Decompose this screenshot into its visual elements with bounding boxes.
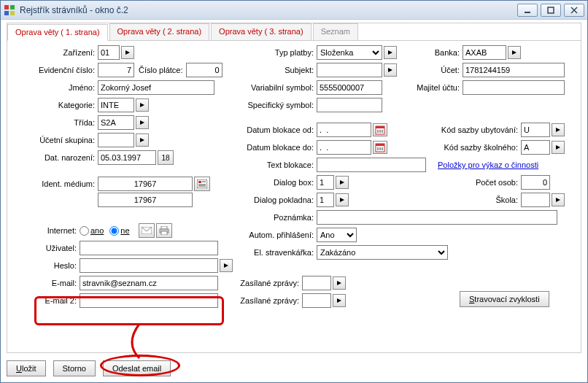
picker-banka[interactable]	[508, 46, 521, 59]
tab-seznam[interactable]: Seznam	[313, 23, 358, 40]
form-area: Zařízení: Evidenční číslo: Číslo plátce:…	[7, 41, 581, 352]
input-skola[interactable]	[521, 193, 550, 207]
window-title: Rejstřík strávníků - okno č.2	[20, 5, 514, 15]
input-ucskup[interactable]	[98, 133, 134, 147]
input-dialogpokl[interactable]	[317, 193, 334, 207]
select-typplatby[interactable]: Složenka	[317, 45, 382, 60]
tab-page-1[interactable]: Oprava věty ( 1. strana)	[7, 24, 108, 41]
label-trida: Třída:	[7, 118, 95, 127]
input-jmeno[interactable]	[98, 80, 214, 95]
input-ident2[interactable]	[98, 193, 193, 207]
tab-container: Oprava věty ( 1. strana) Oprava věty ( 2…	[7, 23, 581, 353]
radio-internet-ano[interactable]	[80, 226, 89, 236]
radio-internet-ne[interactable]	[109, 226, 119, 236]
label-zarizeni: Zařízení:	[7, 48, 95, 57]
input-ident1[interactable]	[98, 177, 193, 191]
maximize-button[interactable]	[541, 4, 561, 17]
label-specsym: Specifický symbol:	[226, 101, 314, 109]
input-banka[interactable]	[463, 45, 506, 60]
input-kategorie[interactable]	[98, 98, 134, 112]
input-trida[interactable]	[98, 115, 134, 130]
svg-marker-36	[337, 281, 341, 285]
input-dialogbox[interactable]	[317, 175, 334, 190]
label-blokod: Datum blokace od:	[226, 125, 314, 134]
calendar-blokdo[interactable]	[373, 141, 387, 154]
input-zaszpr[interactable]	[302, 276, 331, 290]
button-stravzvyklosti[interactable]: Stravovací zvyklosti	[460, 291, 549, 307]
picker-kategorie[interactable]	[136, 98, 149, 112]
label-email: E-mail:	[7, 279, 77, 287]
tab-page-3[interactable]: Oprava věty ( 3. strana)	[211, 23, 312, 40]
label-kodubyt: Kód sazby ubytování:	[416, 125, 518, 134]
input-heslo[interactable]	[80, 258, 218, 273]
picker-subjekt[interactable]	[384, 63, 397, 77]
label-blokdo: Datum blokace do:	[226, 143, 314, 152]
button-storno[interactable]: Storno	[53, 360, 96, 376]
input-zarizeni[interactable]	[98, 45, 120, 60]
link-polozky[interactable]: Položky pro výkaz o činnosti	[438, 160, 538, 169]
input-blokdo[interactable]	[317, 140, 371, 155]
picker-skola[interactable]	[552, 193, 565, 206]
input-textblok[interactable]	[317, 158, 426, 172]
picker-trida[interactable]	[136, 116, 149, 129]
input-ucet[interactable]	[463, 63, 565, 77]
label-textblok: Text blokace:	[226, 160, 314, 169]
picker-kodskol[interactable]	[552, 141, 565, 154]
svg-marker-40	[556, 145, 560, 150]
input-poznamka[interactable]	[317, 210, 557, 225]
label-dialogbox: Dialog box:	[226, 178, 314, 187]
svg-marker-37	[337, 298, 341, 303]
button-ulozit[interactable]: Uložit	[7, 360, 46, 376]
input-pocetosob[interactable]	[521, 175, 550, 190]
input-majitel[interactable]	[463, 80, 565, 95]
calendar-blokod[interactable]	[373, 123, 387, 136]
svg-marker-23	[388, 68, 392, 72]
picker-typplatby[interactable]	[384, 46, 397, 59]
input-specsym[interactable]	[317, 98, 382, 112]
label-typplatby: Typ platby:	[226, 48, 314, 57]
input-email[interactable]	[80, 276, 218, 290]
print-icon-button[interactable]	[156, 223, 172, 238]
input-cisloplatce[interactable]	[186, 63, 223, 77]
svg-rect-30	[376, 144, 384, 146]
picker-zaszpr[interactable]	[333, 276, 346, 290]
picker-heslo[interactable]	[220, 259, 233, 272]
input-subjekt[interactable]	[317, 63, 382, 77]
svg-marker-34	[340, 180, 344, 185]
svg-rect-18	[161, 226, 167, 229]
minimize-button[interactable]	[517, 4, 538, 17]
bottom-bar: Uložit Storno Odeslat email	[7, 360, 171, 376]
label-majitel: Majitel účtu:	[401, 83, 460, 92]
svg-marker-8	[125, 50, 130, 55]
select-autom[interactable]: Ano	[317, 228, 357, 242]
picker-zarizeni[interactable]	[121, 46, 134, 59]
input-datnar[interactable]	[98, 150, 156, 165]
input-blokod[interactable]	[317, 123, 371, 137]
input-email2[interactable]	[80, 293, 218, 308]
input-zaszpr2[interactable]	[302, 293, 331, 308]
label-uzivatel: Uživatel:	[7, 244, 77, 252]
tab-page-2[interactable]: Oprava věty ( 2. strana)	[109, 23, 210, 40]
button-odeslat-email[interactable]: Odeslat email	[103, 360, 171, 376]
label-email2: E-mail 2:	[7, 296, 77, 305]
input-uzivatel[interactable]	[80, 241, 218, 255]
app-icon	[4, 4, 15, 16]
svg-rect-5	[548, 7, 554, 13]
picker-dialogpokl[interactable]	[336, 193, 349, 206]
label-banka: Banka:	[416, 48, 460, 57]
input-kodskol[interactable]	[521, 140, 550, 155]
picker-ucskup[interactable]	[136, 134, 149, 147]
picker-kodubyt[interactable]	[552, 123, 565, 136]
ident-card-button[interactable]	[194, 177, 210, 191]
picker-zaszpr2[interactable]	[333, 294, 346, 307]
mail-icon-button[interactable]	[139, 223, 155, 238]
picker-dialogbox[interactable]	[336, 176, 349, 189]
close-button[interactable]	[564, 4, 584, 17]
input-kodubyt[interactable]	[521, 123, 550, 137]
label-heslo: Heslo:	[7, 261, 77, 270]
svg-marker-10	[140, 120, 144, 125]
label-cisloplatce: Číslo plátce:	[139, 66, 183, 74]
select-elstrav[interactable]: Zakázáno	[317, 245, 448, 260]
input-varsym[interactable]	[317, 80, 382, 95]
input-evid[interactable]	[98, 63, 134, 77]
